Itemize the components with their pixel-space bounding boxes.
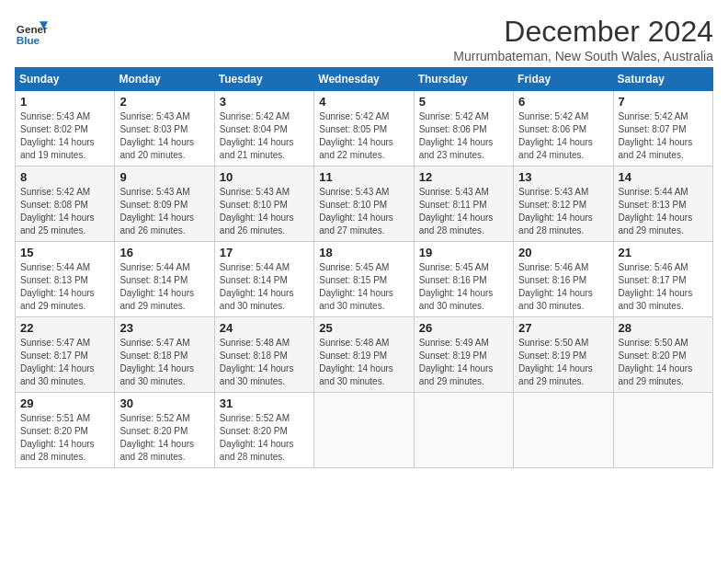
calendar-cell: 5Sunrise: 5:42 AM Sunset: 8:06 PM Daylig… <box>414 91 513 167</box>
calendar-cell: 15Sunrise: 5:44 AM Sunset: 8:13 PM Dayli… <box>16 242 115 317</box>
day-info: Sunrise: 5:42 AM Sunset: 8:05 PM Dayligh… <box>319 110 408 162</box>
calendar-cell <box>613 393 712 468</box>
day-number: 11 <box>319 170 408 184</box>
day-number: 18 <box>319 246 408 259</box>
day-info: Sunrise: 5:42 AM Sunset: 8:04 PM Dayligh… <box>220 110 309 162</box>
calendar-cell: 6Sunrise: 5:42 AM Sunset: 8:06 PM Daylig… <box>514 91 613 167</box>
col-tuesday: Tuesday <box>214 68 313 91</box>
day-number: 4 <box>319 95 408 109</box>
day-number: 17 <box>220 246 309 259</box>
day-number: 19 <box>419 246 508 259</box>
week-row-3: 15Sunrise: 5:44 AM Sunset: 8:13 PM Dayli… <box>16 242 713 317</box>
day-number: 25 <box>319 321 408 335</box>
calendar-cell <box>414 393 513 468</box>
day-number: 8 <box>20 170 109 184</box>
day-info: Sunrise: 5:44 AM Sunset: 8:13 PM Dayligh… <box>20 261 109 313</box>
calendar-cell: 8Sunrise: 5:42 AM Sunset: 8:08 PM Daylig… <box>16 167 115 242</box>
calendar-cell: 16Sunrise: 5:44 AM Sunset: 8:14 PM Dayli… <box>115 242 214 317</box>
day-number: 16 <box>119 246 209 259</box>
calendar-cell: 12Sunrise: 5:43 AM Sunset: 8:11 PM Dayli… <box>414 167 513 242</box>
day-number: 20 <box>518 246 608 259</box>
calendar-cell: 21Sunrise: 5:46 AM Sunset: 8:17 PM Dayli… <box>613 242 712 317</box>
calendar-cell <box>314 393 414 468</box>
calendar-cell <box>514 393 613 468</box>
calendar-cell: 24Sunrise: 5:48 AM Sunset: 8:18 PM Dayli… <box>214 317 313 393</box>
calendar-cell: 11Sunrise: 5:43 AM Sunset: 8:10 PM Dayli… <box>314 167 414 242</box>
calendar-cell: 28Sunrise: 5:50 AM Sunset: 8:20 PM Dayli… <box>613 317 712 393</box>
calendar-cell: 22Sunrise: 5:47 AM Sunset: 8:17 PM Dayli… <box>16 317 115 393</box>
month-title: December 2024 <box>453 15 713 49</box>
day-number: 23 <box>119 321 209 335</box>
col-wednesday: Wednesday <box>314 68 414 91</box>
calendar-cell: 27Sunrise: 5:50 AM Sunset: 8:19 PM Dayli… <box>514 317 613 393</box>
day-number: 13 <box>518 170 608 184</box>
day-info: Sunrise: 5:45 AM Sunset: 8:15 PM Dayligh… <box>319 261 408 313</box>
day-info: Sunrise: 5:52 AM Sunset: 8:20 PM Dayligh… <box>119 412 209 464</box>
day-info: Sunrise: 5:42 AM Sunset: 8:06 PM Dayligh… <box>419 110 508 162</box>
week-row-5: 29Sunrise: 5:51 AM Sunset: 8:20 PM Dayli… <box>16 393 713 468</box>
day-info: Sunrise: 5:43 AM Sunset: 8:02 PM Dayligh… <box>20 110 109 162</box>
calendar-cell: 26Sunrise: 5:49 AM Sunset: 8:19 PM Dayli… <box>414 317 513 393</box>
day-number: 29 <box>20 396 109 410</box>
day-info: Sunrise: 5:47 AM Sunset: 8:17 PM Dayligh… <box>20 337 109 388</box>
day-info: Sunrise: 5:47 AM Sunset: 8:18 PM Dayligh… <box>119 337 209 388</box>
day-number: 24 <box>220 321 309 335</box>
day-number: 14 <box>619 170 708 184</box>
calendar-cell: 19Sunrise: 5:45 AM Sunset: 8:16 PM Dayli… <box>414 242 513 317</box>
day-info: Sunrise: 5:45 AM Sunset: 8:16 PM Dayligh… <box>419 261 508 313</box>
day-number: 22 <box>20 321 109 335</box>
calendar-cell: 20Sunrise: 5:46 AM Sunset: 8:16 PM Dayli… <box>514 242 613 317</box>
day-info: Sunrise: 5:42 AM Sunset: 8:07 PM Dayligh… <box>619 110 708 162</box>
calendar-cell: 13Sunrise: 5:43 AM Sunset: 8:12 PM Dayli… <box>514 167 613 242</box>
day-number: 1 <box>20 95 109 109</box>
calendar-cell: 1Sunrise: 5:43 AM Sunset: 8:02 PM Daylig… <box>16 91 115 167</box>
day-info: Sunrise: 5:43 AM Sunset: 8:09 PM Dayligh… <box>119 186 209 237</box>
day-info: Sunrise: 5:44 AM Sunset: 8:14 PM Dayligh… <box>119 261 209 313</box>
week-row-4: 22Sunrise: 5:47 AM Sunset: 8:17 PM Dayli… <box>16 317 713 393</box>
title-area: December 2024 Murrumbateman, New South W… <box>453 15 713 63</box>
day-info: Sunrise: 5:46 AM Sunset: 8:17 PM Dayligh… <box>619 261 708 313</box>
day-number: 26 <box>419 321 508 335</box>
col-saturday: Saturday <box>613 68 712 91</box>
week-row-1: 1Sunrise: 5:43 AM Sunset: 8:02 PM Daylig… <box>16 91 713 167</box>
day-info: Sunrise: 5:42 AM Sunset: 8:08 PM Dayligh… <box>20 186 109 237</box>
calendar-cell: 29Sunrise: 5:51 AM Sunset: 8:20 PM Dayli… <box>16 393 115 468</box>
day-info: Sunrise: 5:49 AM Sunset: 8:19 PM Dayligh… <box>419 337 508 388</box>
header: General Blue December 2024 Murrumbateman… <box>15 15 713 63</box>
day-info: Sunrise: 5:44 AM Sunset: 8:14 PM Dayligh… <box>220 261 309 313</box>
logo: General Blue <box>15 15 48 48</box>
day-info: Sunrise: 5:42 AM Sunset: 8:06 PM Dayligh… <box>518 110 608 162</box>
calendar-cell: 4Sunrise: 5:42 AM Sunset: 8:05 PM Daylig… <box>314 91 414 167</box>
day-info: Sunrise: 5:48 AM Sunset: 8:19 PM Dayligh… <box>319 337 408 388</box>
day-number: 10 <box>220 170 309 184</box>
subtitle: Murrumbateman, New South Wales, Australi… <box>453 49 713 63</box>
day-number: 28 <box>619 321 708 335</box>
day-number: 27 <box>518 321 608 335</box>
day-info: Sunrise: 5:48 AM Sunset: 8:18 PM Dayligh… <box>220 337 309 388</box>
day-number: 15 <box>20 246 109 259</box>
day-number: 5 <box>419 95 508 109</box>
day-info: Sunrise: 5:52 AM Sunset: 8:20 PM Dayligh… <box>220 412 309 464</box>
day-info: Sunrise: 5:43 AM Sunset: 8:10 PM Dayligh… <box>319 186 408 237</box>
calendar-cell: 9Sunrise: 5:43 AM Sunset: 8:09 PM Daylig… <box>115 167 214 242</box>
calendar-cell: 10Sunrise: 5:43 AM Sunset: 8:10 PM Dayli… <box>214 167 313 242</box>
calendar-cell: 25Sunrise: 5:48 AM Sunset: 8:19 PM Dayli… <box>314 317 414 393</box>
day-info: Sunrise: 5:43 AM Sunset: 8:11 PM Dayligh… <box>419 186 508 237</box>
calendar-cell: 3Sunrise: 5:42 AM Sunset: 8:04 PM Daylig… <box>214 91 313 167</box>
day-number: 2 <box>119 95 209 109</box>
calendar-cell: 2Sunrise: 5:43 AM Sunset: 8:03 PM Daylig… <box>115 91 214 167</box>
day-info: Sunrise: 5:43 AM Sunset: 8:10 PM Dayligh… <box>220 186 309 237</box>
day-number: 3 <box>220 95 309 109</box>
day-info: Sunrise: 5:51 AM Sunset: 8:20 PM Dayligh… <box>20 412 109 464</box>
day-number: 12 <box>419 170 508 184</box>
week-row-2: 8Sunrise: 5:42 AM Sunset: 8:08 PM Daylig… <box>16 167 713 242</box>
day-info: Sunrise: 5:50 AM Sunset: 8:20 PM Dayligh… <box>619 337 708 388</box>
day-number: 31 <box>220 396 309 410</box>
day-info: Sunrise: 5:43 AM Sunset: 8:03 PM Dayligh… <box>119 110 209 162</box>
calendar-cell: 17Sunrise: 5:44 AM Sunset: 8:14 PM Dayli… <box>214 242 313 317</box>
col-sunday: Sunday <box>16 68 115 91</box>
calendar-cell: 7Sunrise: 5:42 AM Sunset: 8:07 PM Daylig… <box>613 91 712 167</box>
col-thursday: Thursday <box>414 68 513 91</box>
day-number: 21 <box>619 246 708 259</box>
day-number: 6 <box>518 95 608 109</box>
